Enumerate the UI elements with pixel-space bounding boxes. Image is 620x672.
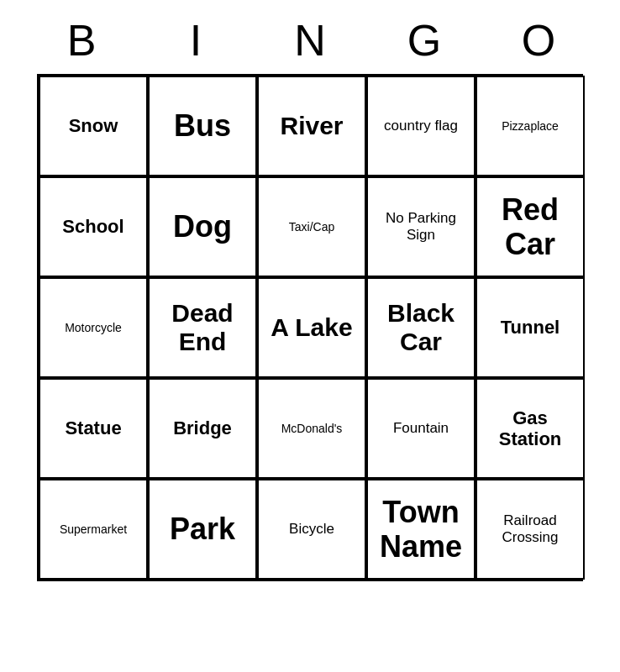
cell-text-8: No Parking Sign xyxy=(373,210,469,243)
bingo-cell-18: Fountain xyxy=(366,378,476,479)
bingo-cell-7: Taxi/Cap xyxy=(257,176,366,277)
bingo-cell-6: Dog xyxy=(148,176,257,277)
bingo-cell-16: Bridge xyxy=(148,378,257,479)
bingo-cell-3: country flag xyxy=(366,76,476,176)
cell-text-2: River xyxy=(280,112,343,141)
cell-text-17: McDonald's xyxy=(281,422,343,435)
cell-text-19: Gas Station xyxy=(482,407,578,450)
bingo-letter-b: B xyxy=(31,15,132,66)
bingo-letter-o: O xyxy=(488,15,589,66)
bingo-cell-17: McDonald's xyxy=(257,378,366,479)
bingo-cell-24: Railroad Crossing xyxy=(476,479,585,580)
bingo-cell-14: Tunnel xyxy=(476,277,585,378)
cell-text-1: Bus xyxy=(174,108,231,143)
bingo-cell-22: Bicycle xyxy=(257,479,366,580)
bingo-grid: SnowBusRivercountry flagPizzaplaceSchool… xyxy=(37,74,583,581)
bingo-cell-1: Bus xyxy=(148,76,257,176)
cell-text-3: country flag xyxy=(384,118,458,134)
cell-text-12: A Lake xyxy=(271,313,352,343)
cell-text-23: Town Name xyxy=(373,495,469,564)
bingo-cell-0: Snow xyxy=(39,76,148,176)
bingo-cell-15: Statue xyxy=(39,378,148,479)
cell-text-9: Red Car xyxy=(482,192,578,262)
cell-text-13: Black Car xyxy=(373,299,469,357)
cell-text-21: Park xyxy=(170,512,235,546)
cell-text-14: Tunnel xyxy=(501,317,560,338)
cell-text-16: Bridge xyxy=(173,417,232,438)
bingo-cell-11: Dead End xyxy=(148,277,257,378)
bingo-letter-i: I xyxy=(145,15,246,66)
bingo-cell-10: Motorcycle xyxy=(39,277,148,378)
bingo-cell-21: Park xyxy=(148,479,257,580)
bingo-letter-g: G xyxy=(374,15,475,66)
cell-text-11: Dead End xyxy=(155,299,250,357)
bingo-header: BINGO xyxy=(24,0,596,74)
cell-text-24: Railroad Crossing xyxy=(482,512,578,545)
bingo-cell-13: Black Car xyxy=(366,277,476,378)
bingo-letter-n: N xyxy=(260,15,360,66)
cell-text-5: School xyxy=(62,216,123,237)
cell-text-18: Fountain xyxy=(393,420,449,437)
bingo-cell-5: School xyxy=(39,176,148,277)
cell-text-22: Bicycle xyxy=(289,521,334,538)
bingo-cell-9: Red Car xyxy=(476,176,585,277)
bingo-cell-19: Gas Station xyxy=(476,378,585,479)
cell-text-0: Snow xyxy=(69,115,118,136)
bingo-cell-12: A Lake xyxy=(257,277,366,378)
bingo-cell-4: Pizzaplace xyxy=(476,76,585,176)
bingo-cell-8: No Parking Sign xyxy=(366,176,476,277)
cell-text-10: Motorcycle xyxy=(65,321,122,334)
bingo-cell-2: River xyxy=(257,76,366,176)
cell-text-6: Dog xyxy=(173,209,232,244)
cell-text-4: Pizzaplace xyxy=(502,119,559,133)
cell-text-7: Taxi/Cap xyxy=(289,220,334,234)
bingo-cell-23: Town Name xyxy=(366,479,476,580)
bingo-cell-20: Supermarket xyxy=(39,479,148,580)
cell-text-20: Supermarket xyxy=(60,522,127,536)
cell-text-15: Statue xyxy=(65,417,121,438)
